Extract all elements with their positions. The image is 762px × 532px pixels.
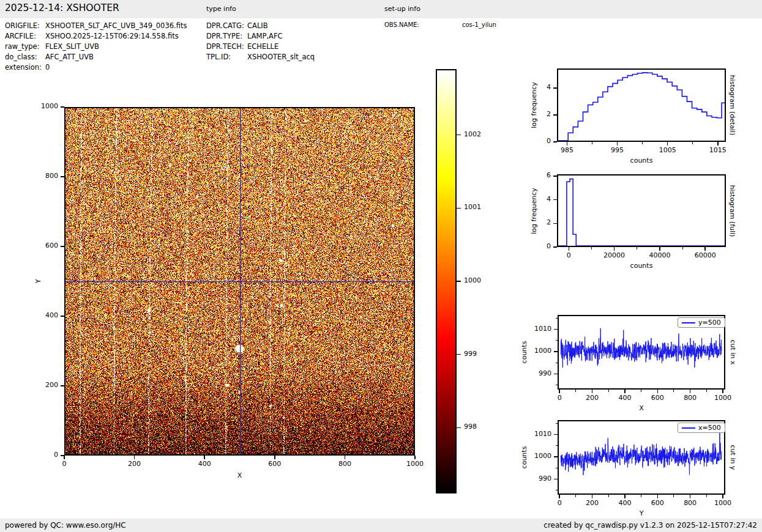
page-title: 2025-12-14: XSHOOTER <box>5 2 119 13</box>
y-tick-label: 200 <box>26 381 58 389</box>
legend-line-sample <box>682 322 695 323</box>
x-axis-label: counts <box>630 157 653 164</box>
colorbar-tick-label: 998 <box>464 423 477 430</box>
right-axis-label: cut in y <box>729 445 737 470</box>
qc-report-page: 2025-12-14: XSHOOTER type info set-up in… <box>0 0 762 532</box>
x-tick-label: 995 <box>611 146 624 154</box>
x-minor-tick <box>641 390 641 392</box>
x-minor-tick <box>591 247 592 249</box>
y-tick <box>554 351 558 352</box>
x-tick <box>657 495 659 498</box>
y-axis-label: log frequency <box>530 82 538 128</box>
x-minor-tick <box>637 247 637 249</box>
x-tick <box>624 495 626 498</box>
type-info-heading: type info <box>206 5 236 13</box>
x-tick-label: 200 <box>128 460 141 468</box>
type-info-value: XSHOOTER_slt_acq <box>247 53 315 61</box>
footer-created-by: created by qc_rawdisp.py v1.2.3 on 2025-… <box>543 519 757 532</box>
legend: y=500 <box>678 317 725 328</box>
x-tick <box>657 390 659 393</box>
right-axis-label: cut in x <box>729 340 737 365</box>
x-axis-label: X <box>639 404 644 412</box>
file-info-label: ORIGFILE: <box>5 21 40 30</box>
type-info-value: ECHELLE <box>247 42 278 51</box>
y-minor-tick <box>556 385 558 385</box>
y-minor-tick <box>556 363 558 363</box>
x-minor-tick <box>706 495 707 497</box>
x-tick-label: 800 <box>684 499 697 507</box>
x-axis-label: Y <box>640 509 644 517</box>
legend-label: y=500 <box>698 319 721 327</box>
x-tick <box>617 142 618 146</box>
x-minor-tick <box>673 390 674 392</box>
setup-info-label: OBS.NAME: <box>384 21 419 28</box>
type-info-label: DPR.CATG: <box>206 21 244 30</box>
y-axis-label: Y <box>34 279 42 284</box>
y-tick-label: 0 <box>519 137 551 145</box>
x-tick <box>722 390 723 393</box>
colorbar-tick-label: 1002 <box>464 130 481 138</box>
x-tick <box>345 456 346 459</box>
x-tick <box>64 456 65 459</box>
x-tick <box>274 456 275 459</box>
y-minor-tick <box>556 318 558 319</box>
x-tick-label: 400 <box>618 499 631 507</box>
x-tick-label: 800 <box>338 460 351 468</box>
x-tick <box>614 247 615 251</box>
x-tick <box>592 495 593 498</box>
y-tick <box>554 374 558 375</box>
colorbar-tick <box>457 208 461 209</box>
histogram-full-canvas <box>558 175 725 246</box>
type-info-value: LAMP,AFC <box>247 32 283 40</box>
x-axis-label: counts <box>630 262 653 270</box>
x-tick-label: 0 <box>558 499 562 507</box>
file-info-value: XSHOO.2025-12-15T06:29:14.558.fits <box>45 32 179 40</box>
x-tick-label: 985 <box>561 146 573 154</box>
footer-bar: powered by QC: www.eso.org/HC created by… <box>0 519 762 532</box>
x-axis-label: X <box>237 471 242 479</box>
x-minor-tick <box>673 495 674 497</box>
x-tick-label: 200 <box>586 499 599 507</box>
colorbar-tick <box>457 427 461 429</box>
colorbar-tick <box>457 354 461 355</box>
x-tick-label: 600 <box>268 460 281 468</box>
y-tick <box>553 199 557 201</box>
y-minor-tick <box>556 445 558 446</box>
colorbar-tick-label: 1000 <box>464 276 481 284</box>
y-tick <box>554 329 558 330</box>
colorbar-tick-label: 1001 <box>464 203 481 211</box>
legend-label: x=500 <box>698 424 721 432</box>
x-tick-label: 600 <box>651 499 664 507</box>
y-axis-label: log frequency <box>530 188 538 234</box>
x-tick-label: 60000 <box>695 251 716 259</box>
footer-powered-by: powered by QC: www.eso.org/HC <box>5 519 126 532</box>
y-tick-label: 6 <box>519 171 551 179</box>
x-tick-label: 400 <box>198 460 211 468</box>
file-info-label: raw_type: <box>5 42 40 51</box>
x-minor-tick <box>608 390 609 392</box>
x-tick <box>204 456 205 459</box>
x-tick <box>659 247 660 251</box>
colorbar-tick <box>457 281 461 282</box>
raw-image-canvas <box>65 108 414 454</box>
type-info-value: CALIB <box>247 21 268 30</box>
x-tick <box>690 495 691 498</box>
y-tick-label: 600 <box>26 242 58 249</box>
x-tick <box>690 390 691 393</box>
x-tick-label: 1005 <box>659 146 676 154</box>
y-tick <box>553 246 557 248</box>
y-tick-label: 800 <box>26 172 58 180</box>
x-minor-tick <box>575 390 576 392</box>
y-tick-label: 0 <box>519 242 551 250</box>
x-tick-label: 20000 <box>603 251 625 259</box>
y-minor-tick <box>556 490 558 490</box>
x-tick <box>569 247 570 251</box>
y-axis-label: counts <box>520 341 528 364</box>
y-tick <box>554 479 558 480</box>
y-tick <box>553 141 557 142</box>
y-axis-label: counts <box>520 446 528 469</box>
y-tick <box>553 87 557 89</box>
x-minor-tick <box>682 247 683 249</box>
x-minor-tick <box>692 142 693 144</box>
y-tick-label: 1010 <box>520 325 551 333</box>
